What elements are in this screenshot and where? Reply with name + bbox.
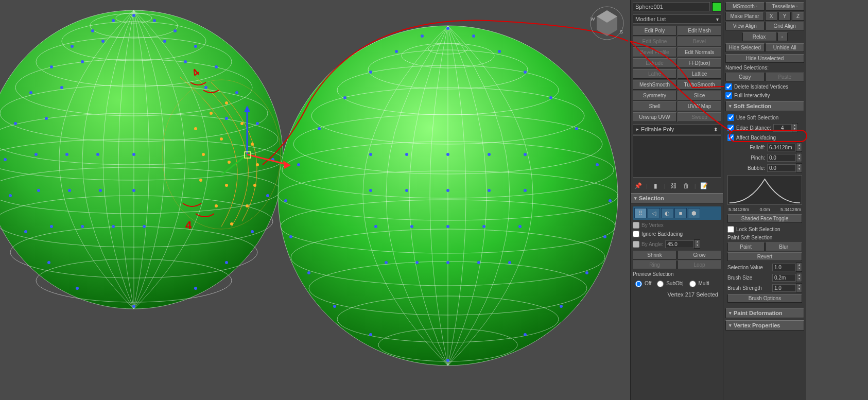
modifier-button-edit-poly[interactable]: Edit Poly	[633, 26, 676, 36]
modifier-stack-item[interactable]: ▸ Editable Poly ⬍	[633, 124, 721, 134]
modifier-button-meshsmooth[interactable]: MeshSmooth	[633, 80, 676, 90]
ignore-backfacing-check[interactable]: Ignore Backfacing	[633, 230, 721, 238]
modifier-button-edit-spline: Edit Spline	[633, 37, 676, 46]
view-align-button[interactable]: View Align	[725, 22, 765, 30]
hide-selected-button[interactable]: Hide Selected	[725, 43, 765, 52]
copy-named-sel-button[interactable]: Copy	[725, 73, 765, 81]
selection-rollout-header[interactable]: Selection	[631, 193, 723, 203]
edge-mode-icon[interactable]: ◁	[648, 208, 660, 218]
svg-point-104	[405, 189, 408, 192]
modifier-button-unwrap-uvw[interactable]: Unwrap UVW	[633, 112, 676, 122]
revert-button[interactable]: Revert	[727, 252, 802, 261]
planar-x-button[interactable]: X	[765, 12, 777, 21]
use-soft-selection-check[interactable]: Use Soft Selection	[727, 113, 802, 122]
lock-soft-selection-check[interactable]: Lock Soft Selection	[727, 225, 802, 234]
affect-backfacing-check[interactable]: Affect Backfacing	[727, 133, 802, 142]
edge-distance-check[interactable]: Edge Distance: ▴▾	[727, 122, 802, 133]
paint-button[interactable]: Paint	[727, 242, 765, 251]
object-name-input[interactable]	[633, 2, 710, 11]
falloff-spinner[interactable]	[767, 144, 796, 151]
hide-unselected-button[interactable]: Hide Unselected	[725, 54, 804, 63]
modifier-button-symmetry[interactable]: Symmetry	[633, 91, 676, 100]
grid-align-button[interactable]: Grid Align	[766, 22, 805, 30]
modifier-button-lattice[interactable]: Lattice	[678, 69, 721, 79]
bubble-spinner[interactable]	[767, 164, 796, 172]
svg-point-102	[524, 153, 527, 156]
svg-point-72	[112, 225, 115, 228]
svg-point-37	[50, 65, 53, 68]
svg-text:4: 4	[185, 219, 192, 232]
svg-point-89	[289, 235, 292, 238]
modifier-button-slice[interactable]: Slice	[678, 91, 721, 100]
loop-button: Loop	[678, 260, 721, 269]
pin-stack-icon[interactable]: 📌	[634, 182, 642, 190]
svg-point-119	[240, 122, 244, 125]
msmooth-button[interactable]: MSmooth▫	[725, 2, 765, 11]
stack-item-label: Editable Poly	[641, 126, 714, 132]
svg-point-80	[524, 71, 527, 74]
blur-button[interactable]: Blur	[766, 242, 803, 251]
shaded-face-toggle-button[interactable]: Shaded Face Toggle	[727, 214, 802, 223]
modifier-button-ffd-box-[interactable]: FFD(box)	[678, 58, 721, 68]
svg-point-106	[488, 189, 491, 192]
brush-options-button[interactable]: Brush Options	[727, 294, 802, 303]
brush-strength-spinner[interactable]	[772, 284, 796, 292]
svg-point-46	[266, 194, 269, 197]
svg-point-60	[45, 117, 48, 120]
svg-point-62	[34, 153, 38, 156]
svg-point-66	[37, 189, 40, 192]
make-planar-button[interactable]: Make Planar	[725, 12, 764, 21]
selection-value-spinner[interactable]	[772, 264, 796, 271]
modifier-button-turbosmooth[interactable]: TurboSmooth	[678, 80, 721, 90]
modifier-buttons-grid: Edit PolyEdit MeshEdit SplineBevelBevel …	[631, 25, 723, 123]
element-mode-icon[interactable]: ⬢	[688, 208, 700, 218]
svg-point-65	[132, 153, 135, 156]
modifier-list-dropdown[interactable]: Modifier List	[633, 14, 721, 24]
by-vertex-check[interactable]: By Vertex	[633, 221, 721, 230]
edge-distance-spinner[interactable]	[773, 124, 792, 132]
modifier-button-edit-mesh[interactable]: Edit Mesh	[678, 26, 721, 36]
grow-button[interactable]: Grow	[678, 251, 721, 259]
viewcube[interactable]: W S	[589, 5, 625, 41]
brush-size-spinner[interactable]	[772, 274, 796, 282]
modifier-button-uvw-map[interactable]: UVW Map	[678, 101, 721, 111]
preview-selection-radios: Off SubObj Multi	[633, 278, 721, 288]
preview-multi-radio[interactable]: Multi	[687, 279, 709, 287]
shrink-button[interactable]: Shrink	[633, 251, 676, 259]
modifier-stack-area[interactable]	[633, 135, 721, 178]
modifier-button-shell[interactable]: Shell	[633, 101, 676, 111]
svg-point-86	[596, 163, 599, 166]
by-angle-check[interactable]: By Angle: ▴▾	[633, 238, 721, 250]
preview-off-radio[interactable]: Off	[633, 279, 651, 287]
stack-toolbar: 📌 | ▮ | ⛓ 🗑 | 📝	[631, 180, 723, 192]
paint-deformation-rollout-header[interactable]: Paint Deformation	[725, 308, 804, 318]
configure-sets-icon[interactable]: 📝	[700, 182, 708, 190]
pinch-spinner[interactable]	[767, 154, 796, 162]
make-unique-icon[interactable]: ⛓	[670, 182, 678, 190]
polygon-mode-icon[interactable]: ■	[674, 208, 687, 218]
vertex-mode-icon[interactable]: ⠿	[634, 208, 647, 218]
remove-modifier-icon[interactable]: 🗑	[682, 182, 690, 190]
unhide-all-button[interactable]: Unhide All	[766, 43, 805, 52]
svg-point-49	[47, 261, 50, 264]
svg-point-61	[225, 117, 228, 120]
object-color-swatch[interactable]	[712, 2, 721, 11]
relax-settings-button[interactable]: ▫	[777, 32, 788, 41]
relax-button[interactable]: Relax	[742, 32, 776, 41]
tessellate-button[interactable]: Tessellate▫	[766, 2, 805, 11]
preview-subobj-radio[interactable]: SubObj	[654, 279, 683, 287]
modifier-button-edit-normals[interactable]: Edit Normals	[678, 47, 721, 57]
svg-point-31	[112, 19, 115, 22]
soft-selection-rollout-header[interactable]: Soft Selection	[725, 101, 804, 111]
svg-point-48	[251, 230, 254, 233]
vertex-properties-rollout-header[interactable]: Vertex Properties	[725, 320, 804, 331]
planar-z-button[interactable]: Z	[792, 12, 804, 21]
show-end-result-icon[interactable]: ▮	[652, 182, 660, 190]
viewport-3d[interactable]: 4 4 W S	[0, 0, 630, 400]
svg-text:W: W	[591, 16, 595, 22]
full-interactivity-check[interactable]: Full Interactivity	[725, 91, 804, 100]
planar-y-button[interactable]: Y	[778, 12, 791, 21]
svg-point-39	[29, 91, 32, 94]
border-mode-icon[interactable]: ◐	[661, 208, 673, 218]
delete-iso-verts-check[interactable]: Delete Isolated Vertices	[725, 82, 804, 91]
